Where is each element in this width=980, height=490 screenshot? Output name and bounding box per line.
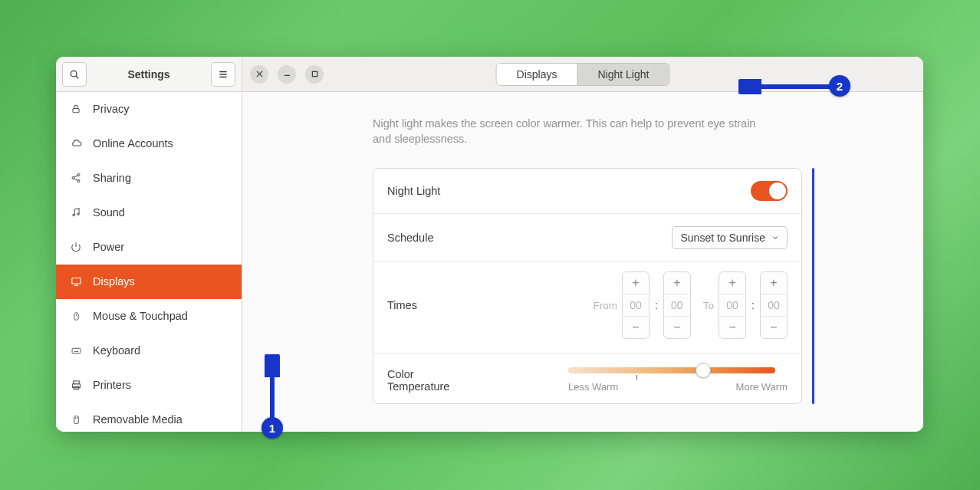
night-light-description: Night light makes the screen color warme… (373, 117, 771, 146)
from-minute-value: 00 (664, 294, 690, 317)
color-temp-label: Color Temperature (387, 368, 453, 393)
from-minute-stepper[interactable]: + 00 − (663, 271, 691, 339)
hamburger-icon (218, 69, 229, 80)
sidebar-item-printers[interactable]: Printers (56, 368, 242, 403)
power-icon (70, 242, 82, 252)
slider-tick (636, 375, 637, 380)
svg-rect-21 (74, 312, 77, 320)
search-button[interactable] (62, 62, 87, 87)
window-controls (250, 65, 324, 84)
sidebar-item-label: Printers (93, 379, 131, 391)
svg-point-15 (73, 214, 74, 215)
svg-line-13 (74, 176, 78, 178)
sidebar-item-sound[interactable]: Sound (56, 196, 242, 230)
close-button[interactable] (250, 65, 268, 84)
sidebar-item-label: Sound (93, 206, 125, 219)
from-minute-minus-button[interactable]: − (664, 317, 690, 338)
from-label: From (593, 300, 617, 311)
slider-thumb[interactable] (696, 363, 711, 378)
maximize-button[interactable] (305, 65, 324, 84)
sidebar-item-label: Removable Media (93, 413, 183, 426)
svg-line-1 (76, 75, 78, 77)
sidebar-item-label: Privacy (93, 103, 130, 115)
close-icon (256, 71, 263, 77)
minimize-icon (284, 71, 291, 77)
tab-night-light[interactable]: Night Light (577, 64, 669, 85)
mouse-icon (70, 311, 82, 322)
sidebar-item-sharing[interactable]: Sharing (56, 161, 242, 196)
share-icon (70, 173, 82, 183)
maximize-icon (311, 71, 318, 77)
sidebar-item-mouse-touchpad[interactable]: Mouse & Touchpad (56, 299, 242, 334)
sidebar-item-label: Power (93, 241, 124, 253)
svg-rect-23 (72, 348, 81, 354)
sidebar-item-online-accounts[interactable]: Online Accounts (56, 127, 242, 161)
accent-bar (812, 168, 814, 404)
to-hour-plus-button[interactable]: + (719, 272, 745, 294)
sidebar-item-power[interactable]: Power (56, 230, 242, 265)
schedule-dropdown[interactable]: Sunset to Sunrise (672, 226, 788, 249)
from-minute-plus-button[interactable]: + (664, 272, 690, 294)
less-warm-label: Less Warm (568, 381, 618, 393)
lock-icon (70, 104, 82, 114)
display-icon (70, 276, 82, 288)
schedule-value: Sunset to Sunrise (680, 232, 765, 244)
color-temp-slider[interactable] (568, 367, 775, 373)
night-light-label: Night Light (387, 185, 440, 197)
row-color-temperature: Color Temperature Less Warm (373, 353, 801, 403)
tab-switcher: Displays Night Light (496, 63, 670, 86)
desktop-background: Settings Displ (0, 0, 980, 490)
cloud-icon (70, 138, 82, 150)
sidebar-item-label: Sharing (93, 172, 131, 184)
to-hour-minus-button[interactable]: − (719, 317, 745, 338)
row-schedule: Schedule Sunset to Sunrise (373, 213, 801, 261)
colon: : (751, 299, 755, 311)
to-minute-plus-button[interactable]: + (761, 272, 787, 294)
sidebar-item-removable-media[interactable]: Removable Media (56, 403, 242, 432)
colon: : (654, 299, 659, 311)
sidebar-item-label: Mouse & Touchpad (93, 310, 188, 322)
sidebar-item-displays[interactable]: Displays (56, 265, 242, 299)
sidebar-item-privacy[interactable]: Privacy (56, 92, 242, 127)
svg-point-16 (77, 213, 79, 215)
schedule-label: Schedule (387, 232, 433, 244)
toggle-knob (769, 183, 786, 199)
night-light-panel: Night Light Schedule Sunset to (373, 168, 802, 404)
night-light-toggle[interactable] (751, 181, 788, 201)
media-icon (70, 414, 82, 426)
from-hour-minus-button[interactable]: − (623, 317, 649, 338)
from-hour-stepper[interactable]: + 00 − (622, 271, 649, 339)
sidebar-item-label: Keyboard (93, 344, 140, 357)
to-label: To (703, 300, 714, 311)
svg-rect-18 (71, 278, 80, 284)
svg-rect-8 (312, 71, 317, 76)
settings-window: Settings Displ (56, 57, 923, 432)
from-hour-plus-button[interactable]: + (623, 272, 649, 294)
annotation-badge-1: 1 (261, 417, 283, 439)
titlebar-left: Settings (56, 57, 242, 91)
more-warm-label: More Warm (736, 381, 788, 393)
svg-line-14 (74, 179, 78, 181)
chevron-down-icon (771, 234, 779, 242)
sidebar-item-label: Displays (93, 275, 135, 288)
to-minute-minus-button[interactable]: − (761, 317, 787, 338)
window-body: Privacy Online Accounts Sharing Sound Po… (56, 92, 923, 432)
sidebar-item-keyboard[interactable]: Keyboard (56, 334, 242, 368)
to-minute-value: 00 (761, 294, 787, 317)
times-label: Times (387, 299, 417, 311)
row-night-light-toggle: Night Light (373, 169, 801, 213)
svg-rect-9 (73, 108, 79, 112)
svg-rect-32 (74, 416, 77, 423)
printer-icon (70, 380, 82, 391)
tab-displays[interactable]: Displays (497, 64, 577, 85)
search-icon (69, 69, 80, 80)
hamburger-button[interactable] (211, 62, 235, 87)
to-hour-value: 00 (719, 294, 745, 317)
to-hour-stepper[interactable]: + 00 − (719, 271, 746, 339)
from-hour-value: 00 (623, 294, 649, 317)
sidebar-item-label: Online Accounts (93, 137, 173, 150)
sidebar[interactable]: Privacy Online Accounts Sharing Sound Po… (56, 92, 242, 432)
svg-point-0 (71, 71, 77, 77)
to-minute-stepper[interactable]: + 00 − (760, 271, 788, 339)
minimize-button[interactable] (278, 65, 296, 84)
